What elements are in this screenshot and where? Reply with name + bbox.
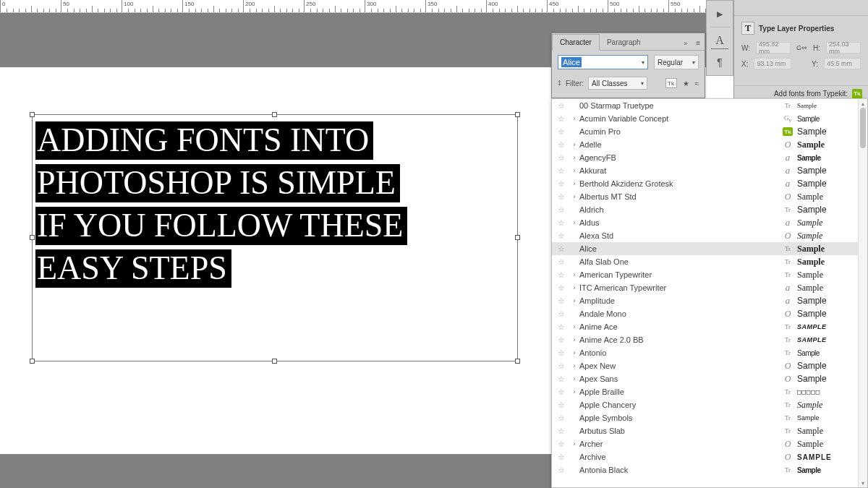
- favorite-star-icon[interactable]: ☆: [558, 414, 569, 423]
- favorite-star-icon[interactable]: ☆: [558, 166, 569, 176]
- expand-chevron-icon[interactable]: ›: [569, 154, 579, 161]
- tab-paragraph[interactable]: Paragraph: [600, 35, 648, 50]
- font-list-item[interactable]: ☆›ArcherOSample: [552, 437, 858, 450]
- expand-chevron-icon[interactable]: ›: [569, 167, 579, 174]
- font-list-item[interactable]: ☆›Apple BrailleTr□□□□□: [552, 385, 858, 398]
- favorites-filter-icon[interactable]: ★: [683, 80, 689, 87]
- font-style-dropdown[interactable]: Regular ▾: [654, 55, 699, 69]
- favorite-star-icon[interactable]: ☆: [558, 179, 569, 189]
- font-list-item[interactable]: ☆›AldusaSample: [552, 216, 858, 229]
- favorite-star-icon[interactable]: ☆: [558, 283, 569, 293]
- favorite-star-icon[interactable]: ☆: [558, 218, 569, 228]
- favorite-star-icon[interactable]: ☆: [558, 348, 569, 358]
- font-list-item[interactable]: ☆›AgencyFBaSample: [552, 151, 858, 164]
- font-list-item[interactable]: ☆›Acumin Variable ConceptGvSample: [552, 112, 858, 125]
- expand-chevron-icon[interactable]: ›: [569, 336, 579, 343]
- favorite-star-icon[interactable]: ☆: [558, 153, 569, 163]
- favorite-star-icon[interactable]: ☆: [558, 114, 569, 124]
- handle-top-left[interactable]: [30, 112, 35, 117]
- expand-chevron-icon[interactable]: ›: [569, 297, 579, 304]
- favorite-star-icon[interactable]: ☆: [558, 257, 569, 267]
- font-family-dropdown[interactable]: Alice ▾: [558, 55, 648, 69]
- font-list-item[interactable]: ☆·Alexa StdOSample: [552, 229, 858, 242]
- favorite-star-icon[interactable]: ☆: [558, 427, 569, 436]
- width-value[interactable]: 495.82 mm: [756, 42, 791, 53]
- font-list-item[interactable]: ☆·Alfa Slab OneTrSample: [552, 255, 858, 268]
- panel-menu-icon[interactable]: ≡: [692, 36, 705, 50]
- font-list-item[interactable]: ☆·Apple ChanceryTrSample: [552, 398, 858, 411]
- collapse-panel-icon[interactable]: »: [679, 37, 692, 50]
- favorite-star-icon[interactable]: ☆: [558, 244, 569, 254]
- scrollbar[interactable]: ▴ ▾: [858, 99, 867, 487]
- expand-chevron-icon[interactable]: ›: [569, 284, 579, 291]
- expand-chevron-icon[interactable]: ›: [569, 271, 579, 278]
- font-list-item[interactable]: ☆·00 Starmap TruetypeTrSample: [552, 99, 858, 112]
- favorite-star-icon[interactable]: ☆: [558, 322, 569, 332]
- height-value[interactable]: 254.03 mm: [826, 42, 861, 53]
- font-list-item[interactable]: ☆·Antonia BlackTrSample: [552, 463, 858, 476]
- favorite-star-icon[interactable]: ☆: [558, 309, 569, 319]
- font-list-item[interactable]: ☆›American TypewriterTrSample: [552, 268, 858, 281]
- play-icon[interactable]: ▶: [711, 5, 728, 22]
- text-layer-content[interactable]: ADDING FONTS INTOPHOTOSHOP IS SIMPLEIF Y…: [35, 119, 407, 290]
- link-dimensions-icon[interactable]: G⇔: [796, 44, 807, 51]
- expand-chevron-icon[interactable]: ›: [569, 219, 579, 226]
- expand-chevron-icon[interactable]: ›: [569, 440, 579, 448]
- favorite-star-icon[interactable]: ☆: [558, 231, 569, 241]
- expand-chevron-icon[interactable]: ›: [569, 115, 579, 122]
- handle-bottom-mid[interactable]: [272, 359, 277, 364]
- expand-chevron-icon[interactable]: ›: [569, 180, 579, 187]
- handle-top-mid[interactable]: [272, 112, 277, 117]
- expand-chevron-icon[interactable]: ›: [569, 323, 579, 330]
- scroll-up-icon[interactable]: ▴: [859, 99, 867, 108]
- font-list-item[interactable]: ☆›Anime AceTrSAMPLE: [552, 320, 858, 333]
- favorite-star-icon[interactable]: ☆: [558, 453, 569, 462]
- font-list-item[interactable]: ☆·AliceTrSample: [552, 242, 858, 255]
- y-value[interactable]: 45.5 mm: [824, 58, 861, 69]
- favorite-star-icon[interactable]: ☆: [558, 101, 569, 111]
- font-list-item[interactable]: ☆·Arbutus SlabTrSample: [552, 424, 858, 437]
- tab-character[interactable]: Character: [552, 34, 600, 51]
- handle-top-right[interactable]: [515, 112, 520, 117]
- font-list-item[interactable]: ☆·Acumin ProTkSample: [552, 125, 858, 138]
- scroll-thumb[interactable]: [860, 108, 866, 148]
- favorite-star-icon[interactable]: ☆: [558, 127, 569, 137]
- favorite-star-icon[interactable]: ☆: [558, 401, 569, 410]
- similar-fonts-icon[interactable]: ≈: [695, 80, 699, 87]
- filter-classes-dropdown[interactable]: All Classes ▾: [588, 77, 647, 90]
- expand-chevron-icon[interactable]: ›: [569, 362, 579, 369]
- font-list-item[interactable]: ☆›Anime Ace 2.0 BBTrSAMPLE: [552, 333, 858, 346]
- expand-chevron-icon[interactable]: ›: [569, 141, 579, 148]
- font-list-item[interactable]: ☆·Andale MonoOSample: [552, 307, 858, 320]
- expand-chevron-icon[interactable]: ›: [569, 388, 579, 395]
- favorite-star-icon[interactable]: ☆: [558, 335, 569, 345]
- scroll-down-icon[interactable]: ▾: [859, 479, 867, 487]
- favorite-star-icon[interactable]: ☆: [558, 205, 569, 215]
- favorite-star-icon[interactable]: ☆: [558, 374, 569, 384]
- font-list-item[interactable]: ☆›ITC American TypewriteraSample: [552, 281, 858, 294]
- handle-bottom-left[interactable]: [30, 359, 35, 364]
- character-panel-icon[interactable]: A: [711, 32, 728, 49]
- handle-bottom-right[interactable]: [515, 359, 520, 364]
- handle-mid-right[interactable]: [515, 235, 520, 240]
- font-list-item[interactable]: ☆›AmplitudeaSample: [552, 294, 858, 307]
- typekit-badge-icon[interactable]: Tk: [852, 89, 862, 99]
- font-list-item[interactable]: ☆›Berthold Akzidenz GroteskaSample: [552, 177, 858, 190]
- expand-chevron-icon[interactable]: ›: [569, 375, 579, 382]
- expand-chevron-icon[interactable]: ›: [569, 193, 579, 200]
- favorite-star-icon[interactable]: ☆: [558, 466, 569, 475]
- font-list-item[interactable]: ☆›AntonioTrSample: [552, 346, 858, 359]
- handle-mid-left[interactable]: [30, 235, 35, 240]
- favorite-star-icon[interactable]: ☆: [558, 140, 569, 150]
- font-list-item[interactable]: ☆·ArchiveOSAMPLE: [552, 450, 858, 463]
- favorite-star-icon[interactable]: ☆: [558, 296, 569, 306]
- favorite-star-icon[interactable]: ☆: [558, 192, 569, 202]
- typekit-filter-icon[interactable]: Tk: [665, 78, 677, 88]
- font-list-item[interactable]: ☆›AkkurataSample: [552, 164, 858, 177]
- font-list-item[interactable]: ☆›Albertus MT StdOSample: [552, 190, 858, 203]
- font-list-item[interactable]: ☆›Apex NewOSample: [552, 359, 858, 372]
- text-frame[interactable]: ADDING FONTS INTOPHOTOSHOP IS SIMPLEIF Y…: [32, 114, 518, 361]
- font-list-item[interactable]: ☆·AldrichTrSample: [552, 203, 858, 216]
- favorite-star-icon[interactable]: ☆: [558, 440, 569, 449]
- favorite-star-icon[interactable]: ☆: [558, 388, 569, 397]
